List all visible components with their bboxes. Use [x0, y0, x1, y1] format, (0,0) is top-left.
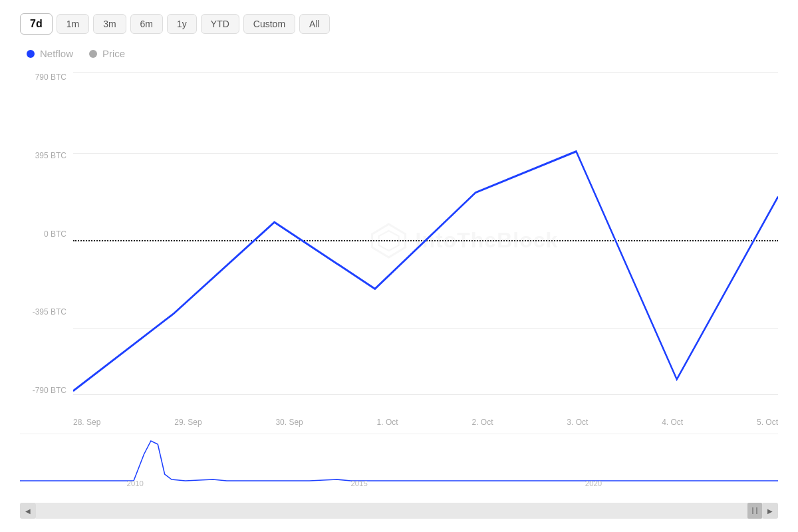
scrollbar[interactable]: ◀ ▶ — [20, 503, 778, 519]
x-label-2oct: 2. Oct — [471, 418, 493, 427]
mini-year-2015: 2015 — [350, 479, 367, 487]
y-label-0: 0 BTC — [20, 229, 73, 239]
x-label-28sep: 28. Sep — [73, 418, 100, 427]
x-label-29sep: 29. Sep — [174, 418, 201, 427]
x-label-5oct: 5. Oct — [757, 418, 778, 427]
x-label-30sep: 30. Sep — [275, 418, 303, 427]
y-label-395: 395 BTC — [20, 151, 73, 160]
mini-year-2020: 2020 — [585, 479, 602, 487]
time-btn-1y[interactable]: 1y — [167, 14, 197, 34]
time-btn-1m[interactable]: 1m — [57, 14, 89, 34]
handle-line-1 — [752, 507, 753, 514]
scrollbar-handle[interactable] — [747, 503, 762, 519]
price-dot — [89, 50, 97, 58]
x-label-3oct: 3. Oct — [567, 418, 588, 427]
netflow-chart-svg — [73, 66, 778, 395]
time-btn-3m[interactable]: 3m — [93, 14, 126, 34]
time-range-selector: 7d1m3m6m1yYTDCustomAll — [20, 13, 778, 35]
main-chart: 790 BTC 395 BTC 0 BTC -395 BTC -790 BTC — [20, 66, 778, 415]
chart-wrapper: 790 BTC 395 BTC 0 BTC -395 BTC -790 BTC — [20, 66, 778, 519]
scroll-right-button[interactable]: ▶ — [762, 503, 778, 519]
mini-chart: 2010 2015 2020 — [20, 434, 778, 500]
time-btn-ytd[interactable]: YTD — [201, 14, 239, 34]
legend-price: Price — [89, 48, 125, 59]
time-btn-all[interactable]: All — [299, 14, 330, 34]
netflow-label: Netflow — [40, 48, 73, 59]
netflow-line — [73, 152, 778, 391]
scroll-left-button[interactable]: ◀ — [20, 503, 36, 519]
mini-year-2010: 2010 — [127, 479, 144, 487]
y-label-neg790: -790 BTC — [20, 386, 73, 395]
mini-chart-svg: 2010 2015 2020 — [20, 434, 778, 487]
mini-chart-inner: 2010 2015 2020 — [20, 434, 778, 500]
y-label-790: 790 BTC — [20, 72, 73, 82]
chart-area: IntoTheBlock — [73, 66, 778, 415]
netflow-dot — [27, 50, 35, 58]
x-label-1oct: 1. Oct — [377, 418, 398, 427]
time-btn-custom[interactable]: Custom — [243, 14, 295, 34]
x-axis: 28. Sep 29. Sep 30. Sep 1. Oct 2. Oct 3.… — [20, 418, 778, 427]
time-btn-6m[interactable]: 6m — [130, 14, 163, 34]
chart-legend: Netflow Price — [20, 48, 778, 59]
x-label-4oct: 4. Oct — [662, 418, 683, 427]
handle-grip — [751, 507, 758, 514]
handle-line-2 — [756, 507, 757, 514]
y-label-neg395: -395 BTC — [20, 307, 73, 317]
time-btn-7d[interactable]: 7d — [20, 13, 53, 35]
price-label: Price — [102, 48, 125, 59]
y-axis: 790 BTC 395 BTC 0 BTC -395 BTC -790 BTC — [20, 66, 73, 415]
legend-netflow: Netflow — [27, 48, 73, 59]
scrollbar-track[interactable] — [36, 503, 762, 519]
main-container: 7d1m3m6m1yYTDCustomAll Netflow Price 790… — [0, 0, 798, 532]
